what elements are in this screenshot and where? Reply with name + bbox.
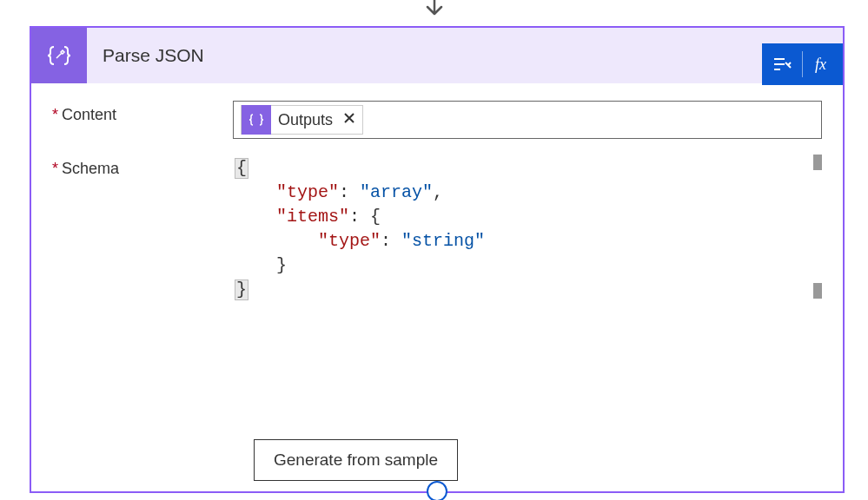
code-content: { "type": "array", "items": { "type": "s… bbox=[233, 155, 822, 302]
content-field-row: *Content Outputs bbox=[52, 101, 822, 139]
card-title: Parse JSON bbox=[103, 45, 204, 66]
svg-point-1 bbox=[427, 482, 447, 500]
content-label: *Content bbox=[52, 101, 233, 124]
svg-text:fx: fx bbox=[815, 56, 826, 73]
token-label: Outputs bbox=[271, 111, 340, 129]
scrollbar-marker bbox=[813, 155, 822, 170]
card-body: *Content Outputs bbox=[31, 83, 843, 498]
token-icon bbox=[242, 105, 271, 135]
connector-arrow-in bbox=[421, 0, 447, 25]
schema-label: *Schema bbox=[52, 155, 233, 178]
card-header[interactable]: Parse JSON fx bbox=[31, 28, 843, 83]
expression-button[interactable]: fx bbox=[803, 43, 843, 85]
header-actions: fx bbox=[762, 43, 843, 85]
parse-json-card: Parse JSON fx *Content bbox=[30, 26, 845, 493]
token-remove-button[interactable] bbox=[340, 110, 362, 130]
schema-code-editor[interactable]: { "type": "array", "items": { "type": "s… bbox=[233, 155, 822, 424]
outputs-token[interactable]: Outputs bbox=[241, 105, 363, 135]
scrollbar-marker bbox=[813, 283, 822, 299]
required-indicator: * bbox=[52, 106, 58, 123]
add-action-button[interactable] bbox=[427, 481, 447, 500]
content-input[interactable]: Outputs bbox=[233, 101, 822, 139]
parse-json-icon bbox=[31, 28, 87, 83]
generate-row: Generate from sample bbox=[52, 439, 822, 481]
required-indicator: * bbox=[52, 160, 58, 177]
dynamic-content-button[interactable] bbox=[762, 43, 802, 85]
generate-from-sample-button[interactable]: Generate from sample bbox=[254, 439, 458, 481]
schema-field-row: *Schema { "type": "array", "items": { "t… bbox=[52, 155, 822, 424]
